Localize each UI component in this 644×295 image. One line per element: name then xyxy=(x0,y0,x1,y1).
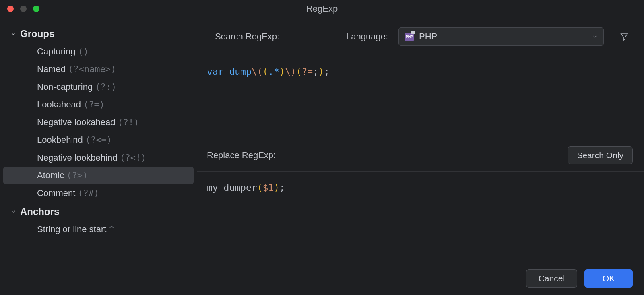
language-value: PHP xyxy=(419,31,592,42)
tree-item[interactable]: Lookbehind(?<=) xyxy=(3,131,194,149)
tree-item-syntax: (?<!) xyxy=(120,153,146,163)
tree-item-label: Lookahead xyxy=(37,99,81,109)
window-controls xyxy=(7,6,39,12)
tree-item[interactable]: Non-capturing(?:) xyxy=(3,78,194,96)
tree-item[interactable]: Lookahead(?=) xyxy=(3,96,194,113)
tree-item[interactable]: Capturing() xyxy=(3,43,194,60)
tree-item-label: Comment xyxy=(37,188,75,198)
php-icon: PHP xyxy=(405,33,414,41)
replace-toolbar: Replace RegExp: Search Only xyxy=(197,139,644,171)
main-panel: Search RegExp: Language: PHP PHP var_dum… xyxy=(197,18,644,262)
tree-item-label: Named xyxy=(37,64,66,74)
tree-item[interactable]: Negative lookbehind(?<!) xyxy=(3,149,194,167)
search-regexp-label: Search RegExp: xyxy=(215,31,279,42)
chevron-down-icon xyxy=(10,30,17,37)
tree-item[interactable]: Negative lookahead(?!) xyxy=(3,113,194,131)
window-title: RegExp xyxy=(306,4,338,14)
tree-item-label: Lookbehind xyxy=(37,135,83,145)
zoom-window-button[interactable] xyxy=(33,6,39,12)
cancel-button[interactable]: Cancel xyxy=(526,269,577,288)
ok-button[interactable]: OK xyxy=(584,269,633,288)
tree-group-label: Groups xyxy=(20,28,54,39)
chevron-down-icon xyxy=(592,32,598,41)
tree-item-syntax: ^ xyxy=(109,224,114,234)
tree-group-header[interactable]: Groups xyxy=(3,25,194,43)
tree-item[interactable]: Atomic(?>) xyxy=(3,167,194,184)
tree-group-label: Anchors xyxy=(20,206,59,217)
tree-item-label: Capturing xyxy=(37,46,75,56)
language-label: Language: xyxy=(346,31,388,42)
tree-item-label: Non-capturing xyxy=(37,82,93,92)
close-window-button[interactable] xyxy=(7,6,14,12)
search-regexp-input[interactable]: var_dump\((.*)\)(?=;); xyxy=(197,56,644,139)
titlebar: RegExp xyxy=(0,0,644,18)
chevron-down-icon xyxy=(10,208,17,215)
tree-item-syntax: (?#) xyxy=(78,188,99,198)
dialog-content: GroupsCapturing()Named(?<name>)Non-captu… xyxy=(0,18,644,262)
tree-group-header[interactable]: Anchors xyxy=(3,203,194,221)
replace-regexp-input[interactable]: my_dumper($1); xyxy=(197,172,644,262)
tree-item-syntax: (?=) xyxy=(83,99,105,109)
tree-item-syntax: (?:) xyxy=(95,82,116,92)
tree-item-syntax: (?<name>) xyxy=(68,64,116,74)
tree-item-syntax: (?!) xyxy=(118,117,139,127)
tree-item-syntax: (?>) xyxy=(66,170,88,180)
tree-item-label: Atomic xyxy=(37,170,64,180)
regexp-categories-sidebar[interactable]: GroupsCapturing()Named(?<name>)Non-captu… xyxy=(0,18,197,262)
filter-button[interactable] xyxy=(616,28,633,45)
tree-item-syntax: () xyxy=(78,46,89,56)
tree-item-syntax: (?<=) xyxy=(85,135,112,145)
replace-regexp-label: Replace RegExp: xyxy=(207,150,276,161)
language-select[interactable]: PHP PHP xyxy=(398,27,604,46)
tree-item-label: Negative lookbehind xyxy=(37,153,117,163)
minimize-window-button[interactable] xyxy=(20,6,27,12)
dialog-footer: Cancel OK xyxy=(0,262,644,295)
tree-item[interactable]: Named(?<name>) xyxy=(3,60,194,78)
tree-item-label: Negative lookahead xyxy=(37,117,115,127)
tree-group: GroupsCapturing()Named(?<name>)Non-captu… xyxy=(3,25,194,202)
search-toolbar: Search RegExp: Language: PHP PHP xyxy=(197,18,644,56)
tree-group: AnchorsString or line start^ xyxy=(3,203,194,238)
tree-item[interactable]: Comment(?#) xyxy=(3,184,194,202)
tree-item-label: String or line start xyxy=(37,224,106,234)
search-only-button[interactable]: Search Only xyxy=(568,146,633,164)
tree-item[interactable]: String or line start^ xyxy=(3,221,194,238)
